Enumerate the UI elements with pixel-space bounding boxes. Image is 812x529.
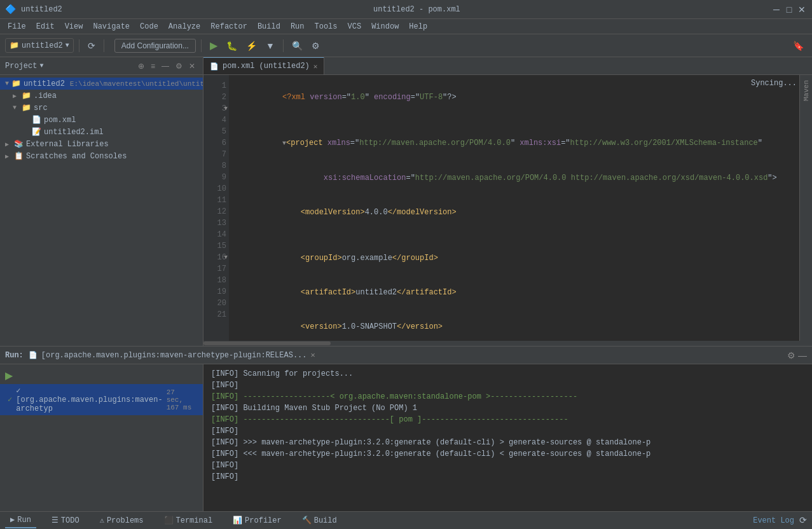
- code-line-8: <artifactId>untitled2</artifactId>: [237, 275, 799, 310]
- build-tab-icon: 🔨: [302, 516, 312, 525]
- project-close-button[interactable]: ✕: [186, 60, 198, 72]
- more-run-options[interactable]: ▼: [263, 39, 278, 53]
- project-dropdown[interactable]: 📁 untitled2 ▼: [5, 38, 74, 53]
- event-log-link[interactable]: Event Log: [753, 516, 794, 525]
- profiler-tab-icon: 📊: [233, 516, 242, 525]
- run-output-line-9: [INFO]: [211, 460, 804, 471]
- run-output[interactable]: [INFO] Scanning for projects... [INFO] […: [203, 364, 812, 511]
- tab-build[interactable]: 🔨 Build: [297, 513, 342, 528]
- horizontal-scrollbar[interactable]: [203, 341, 812, 346]
- run-items-panel: ▶ ✓ ✓ [org.apache.maven.plugins:maven-ar…: [0, 364, 203, 511]
- close-button[interactable]: ✕: [797, 4, 807, 15]
- line-num-7: 7: [206, 149, 226, 160]
- minimize-button[interactable]: ─: [771, 4, 781, 15]
- tab-close-button[interactable]: ✕: [313, 62, 318, 71]
- menu-window[interactable]: Window: [366, 21, 404, 32]
- bookmarks-button[interactable]: 🔖: [790, 39, 807, 53]
- src-folder-icon: 📁: [22, 103, 31, 113]
- toolbar-separator-1: [79, 39, 79, 52]
- menu-run[interactable]: Run: [286, 21, 310, 32]
- run-with-coverage-button[interactable]: ⚡: [243, 39, 260, 53]
- menu-file[interactable]: File: [3, 21, 31, 32]
- menu-code[interactable]: Code: [135, 21, 163, 32]
- line-num-2: 2: [206, 92, 226, 103]
- vcs-update-button[interactable]: ⟳: [85, 39, 99, 53]
- editor-tab-bar: 📄 pom.xml (untitled2) ✕: [203, 57, 812, 75]
- project-label: Project: [5, 62, 37, 71]
- project-collapse-button[interactable]: ≡: [148, 60, 158, 72]
- pi-attr2: encoding: [374, 93, 411, 102]
- run-success-icon: ✓: [8, 395, 12, 404]
- pom-xml-tab[interactable]: 📄 pom.xml (untitled2) ✕: [203, 57, 324, 74]
- debug-button[interactable]: 🐛: [223, 39, 240, 53]
- menu-edit[interactable]: Edit: [31, 21, 60, 32]
- line-num-4: 4: [206, 114, 226, 126]
- app-icon: 🔷: [5, 4, 16, 15]
- tree-src-folder[interactable]: ▼ 📁 src: [0, 102, 203, 114]
- dropdown-arrow-icon: ▼: [65, 42, 69, 49]
- run-tab[interactable]: 📄 [org.apache.maven.plugins:maven-archet…: [29, 350, 315, 360]
- project-options-button[interactable]: —: [159, 60, 172, 72]
- menu-tools[interactable]: Tools: [310, 21, 343, 32]
- tree-ext-libs[interactable]: ▶ 📚 External Libraries: [0, 138, 203, 150]
- todo-tab-icon: ☰: [52, 516, 58, 525]
- tree-root[interactable]: ▼ 📁 untitled2 E:\idea\maventest\untitled…: [0, 78, 203, 90]
- tree-pom-xml[interactable]: ▶ 📄 pom.xml: [0, 114, 203, 126]
- code-editor: Syncing... 1 2 3▼ 4 5 6 7 8 9 10 11 12 1…: [203, 75, 812, 341]
- project-settings-button[interactable]: ⚙: [173, 60, 185, 72]
- project-tree: ▼ 📁 untitled2 E:\idea\maventest\untitled…: [0, 75, 203, 346]
- project-name-label: untitled2: [22, 41, 63, 50]
- maximize-button[interactable]: □: [784, 4, 794, 15]
- project-dropdown-arrow[interactable]: ▼: [39, 62, 43, 69]
- toolbar-separator-2: [104, 39, 104, 52]
- run-body: ▶ ✓ ✓ [org.apache.maven.plugins:maven-ar…: [0, 364, 812, 511]
- line-num-15: 15: [206, 240, 226, 252]
- run-tab-close-button[interactable]: ✕: [310, 350, 315, 360]
- line-num-1: 1: [206, 80, 226, 92]
- tree-scratches[interactable]: ▶ 📋 Scratches and Consoles: [0, 150, 203, 162]
- h-scrollbar-thumb[interactable]: [203, 341, 331, 345]
- run-output-line-7: [INFO] >>> maven-archetype-plugin:3.2.0:…: [211, 437, 804, 448]
- window-title: untitled2 - pom.xml: [373, 5, 460, 14]
- run-collapse-button[interactable]: —: [798, 350, 807, 361]
- run-button[interactable]: ▶: [207, 38, 221, 53]
- add-configuration-button[interactable]: Add Configuration...: [114, 39, 196, 53]
- tab-problems[interactable]: ⚠ Problems: [95, 513, 149, 528]
- maven-label[interactable]: Maven: [801, 75, 811, 106]
- run-item-maven[interactable]: ✓ ✓ [org.apache.maven.plugins:maven-arch…: [0, 384, 203, 415]
- menu-build[interactable]: Build: [252, 21, 286, 32]
- title-bar: 🔷 untitled2 untitled2 - pom.xml ─ □ ✕: [0, 0, 812, 19]
- code-content[interactable]: <?xml version="1.0" encoding="UTF-8"?> ▼…: [229, 75, 799, 341]
- ext-libs-label: External Libraries: [26, 140, 109, 149]
- settings-button[interactable]: ⚙: [308, 39, 323, 53]
- tab-terminal[interactable]: ⬛ Terminal: [159, 513, 218, 528]
- menu-refactor[interactable]: Refactor: [205, 21, 252, 32]
- idea-folder-icon: 📁: [22, 91, 31, 100]
- search-everywhere-button[interactable]: 🔍: [289, 39, 306, 53]
- project-panel-toolbar: ⊕ ≡ — ⚙ ✕: [135, 60, 198, 72]
- run-output-line-2: [INFO]: [211, 380, 804, 391]
- menu-analyze[interactable]: Analyze: [163, 21, 205, 32]
- run-output-line-4: [INFO] Building Maven Stub Project (No P…: [211, 402, 804, 414]
- run-play-button[interactable]: ▶: [5, 369, 13, 381]
- tree-idea-folder[interactable]: ▶ 📁 .idea: [0, 90, 203, 102]
- run-settings-button[interactable]: ⚙: [787, 350, 795, 361]
- tab-todo[interactable]: ☰ TODO: [46, 513, 85, 528]
- line-num-21: 21: [206, 309, 226, 320]
- tab-run[interactable]: ▶ Run: [5, 512, 36, 528]
- project-locate-button[interactable]: ⊕: [135, 60, 147, 72]
- line-num-20: 20: [206, 298, 226, 309]
- menu-view[interactable]: View: [60, 21, 88, 32]
- menu-help[interactable]: Help: [404, 21, 432, 32]
- src-label: src: [34, 104, 48, 113]
- line-num-11: 11: [206, 195, 226, 206]
- window-controls: ─ □ ✕: [771, 4, 807, 15]
- menu-navigate[interactable]: Navigate: [88, 21, 135, 32]
- run-tab-bar: Run: 📄 [org.apache.maven.plugins:maven-a…: [0, 347, 812, 364]
- menu-vcs[interactable]: VCS: [343, 21, 367, 32]
- run-item-time: 27 sec, 167 ms: [167, 388, 195, 411]
- bottom-tabs-bar: ▶ Run ☰ TODO ⚠ Problems ⬛ Terminal 📊 Pro…: [0, 511, 812, 529]
- tree-iml-file[interactable]: ▶ 📝 untitled2.iml: [0, 126, 203, 138]
- tab-profiler[interactable]: 📊 Profiler: [228, 513, 287, 528]
- code-line-4: xsi:schemaLocation="http://maven.apache.…: [237, 161, 799, 195]
